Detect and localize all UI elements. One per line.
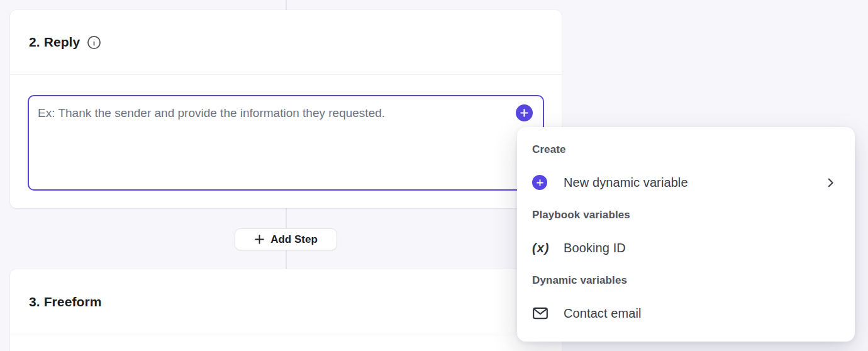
variable-icon: (x) xyxy=(532,241,549,255)
menu-item-new-dynamic-variable[interactable]: New dynamic variable xyxy=(532,165,840,200)
plus-icon xyxy=(254,234,265,245)
variable-picker-menu: Create New dynamic variable Playbook var… xyxy=(517,127,855,342)
step-card-reply: 2. Reply xyxy=(10,10,562,208)
menu-item-icon-wrap: (x) xyxy=(532,241,564,255)
menu-item-contact-email[interactable]: Contact email xyxy=(532,296,840,331)
menu-item-booking-id[interactable]: (x) Booking ID xyxy=(532,230,840,265)
menu-item-icon-wrap xyxy=(532,175,564,190)
menu-section-header-playbook-variables: Playbook variables xyxy=(532,200,840,230)
reply-card-header: 2. Reply xyxy=(10,10,562,75)
plus-circle-icon xyxy=(532,175,547,190)
menu-item-label: Booking ID xyxy=(564,241,840,255)
chevron-right-icon xyxy=(825,177,836,188)
step-card-freeform: 3. Freeform xyxy=(10,269,562,351)
menu-section-header-create: Create xyxy=(532,135,840,165)
add-step-label: Add Step xyxy=(270,233,318,246)
freeform-card-header: 3. Freeform xyxy=(10,269,562,335)
info-icon[interactable] xyxy=(87,35,101,50)
reply-instructions-input[interactable] xyxy=(29,96,543,189)
reply-instructions-field-wrap xyxy=(28,95,544,191)
insert-variable-button[interactable] xyxy=(516,104,533,121)
plus-icon xyxy=(520,108,529,118)
email-icon xyxy=(532,306,548,321)
freeform-step-title: 3. Freeform xyxy=(29,294,101,309)
add-step-button[interactable]: Add Step xyxy=(235,228,337,250)
menu-section-header-dynamic-variables: Dynamic variables xyxy=(532,265,840,296)
menu-item-label: Contact email xyxy=(564,306,840,321)
menu-item-icon-wrap xyxy=(532,306,564,321)
reply-step-title: 2. Reply xyxy=(29,35,80,50)
menu-item-label: New dynamic variable xyxy=(564,176,825,190)
